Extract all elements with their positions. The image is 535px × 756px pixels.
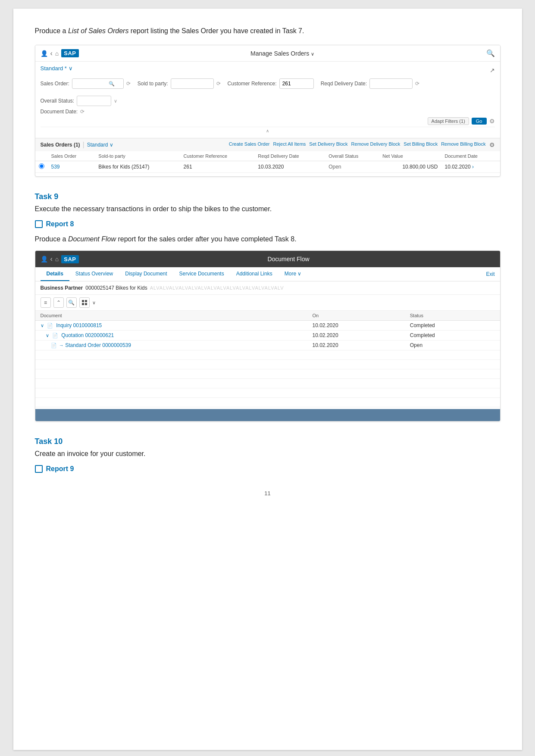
sales-order-label: Sales Order: — [41, 81, 69, 87]
expand-icon-inquiry[interactable]: ∨ — [41, 323, 44, 328]
set-billing-block-btn[interactable]: Set Billing Block — [404, 141, 438, 148]
df-cell-inquiry-doc: ∨ 📄 Inquiry 0010000815 — [35, 321, 307, 331]
expand-icon-quotation[interactable]: ∨ — [46, 333, 49, 338]
collapse-icon: ∧ — [266, 128, 269, 133]
standard-view[interactable]: Standard * ∨ — [41, 65, 73, 72]
order-link[interactable]: Standard Order 0000000539 — [65, 342, 131, 348]
inquiry-link[interactable]: Inquiry 0010000815 — [56, 322, 102, 328]
doc-flow-footer — [35, 409, 500, 421]
sales-order-search[interactable]: 🔍 — [72, 78, 124, 89]
sold-to-sync-icon: ⟳ — [216, 81, 221, 87]
row-radio[interactable] — [35, 161, 48, 173]
svg-rect-3 — [85, 303, 87, 305]
doc-flow-shell-bar: 👤 ‹ ⌂ SAP Document Flow — [35, 251, 500, 267]
cell-overall-status: Open — [325, 161, 379, 173]
col-overall-status: Overall Status — [325, 151, 379, 161]
tab-display-document[interactable]: Display Document — [119, 267, 173, 281]
df-back-icon[interactable]: ‹ — [50, 255, 53, 263]
set-delivery-block-btn[interactable]: Set Delivery Block — [309, 141, 347, 148]
sold-to-party-label: Sold to party: — [138, 81, 168, 87]
df-cell-order-status: Open — [405, 341, 500, 350]
df-row-quotation[interactable]: ∨ 📄 Quotation 0020000621 10.02.2020 Comp… — [35, 331, 500, 341]
home-icon[interactable]: ⌂ — [55, 50, 59, 57]
table-bottom-pad — [35, 173, 500, 176]
exit-button[interactable]: Exit — [486, 268, 494, 281]
df-person-icon: 👤 — [41, 256, 48, 262]
col-document: Document — [35, 311, 307, 321]
overall-status-chevron[interactable]: ∨ — [114, 98, 117, 104]
export-icon[interactable]: ↗ — [490, 67, 495, 74]
tab-additional-links[interactable]: Additional Links — [230, 267, 278, 281]
df-cell-inquiry-on: 10.02.2020 — [307, 321, 405, 331]
go-button[interactable]: Go — [472, 118, 487, 125]
settings-icon[interactable]: ⚙ — [489, 118, 495, 125]
df-tool-filter[interactable]: ≡ — [41, 297, 51, 308]
df-tool-chevron[interactable]: ∨ — [92, 300, 96, 306]
remove-billing-block-btn[interactable]: Remove Billing Block — [441, 141, 485, 148]
overall-status-input[interactable] — [77, 96, 111, 106]
col-sales-order: Sales Order — [48, 151, 95, 161]
sap-logo: SAP — [61, 49, 78, 57]
customer-ref-field: Customer Reference: — [228, 78, 314, 89]
bp-value: 0000025147 Bikes for Kids — [85, 285, 147, 291]
sales-orders-table: Sales Order Sold-to party Customer Refer… — [35, 151, 500, 173]
df-cell-inquiry-status: Completed — [405, 321, 500, 331]
tab-details[interactable]: Details — [41, 267, 69, 281]
so-view-label[interactable]: Standard ∨ — [87, 142, 113, 148]
adapt-filters-button[interactable]: Adapt Filters (1) — [428, 117, 469, 125]
sales-order-input[interactable] — [74, 81, 109, 87]
df-tool-search[interactable]: 🔍 — [66, 297, 77, 308]
df-empty-row-3 — [35, 369, 500, 379]
col-radio — [35, 151, 48, 161]
arrow-icon: → — [59, 343, 64, 348]
so-header-bar: Sales Orders (1) | Standard ∨ Create Sal… — [35, 138, 500, 151]
doc-date-sync-icon: ⟳ — [80, 109, 84, 115]
report8-description: Produce a Document Flow report for the s… — [35, 234, 501, 244]
collapse-bar[interactable]: ∧ — [41, 127, 495, 134]
df-empty-row-2 — [35, 360, 500, 369]
reqd-delivery-sync-icon: ⟳ — [415, 81, 419, 87]
create-sales-order-btn[interactable]: Create Sales Order — [229, 141, 270, 148]
col-sold-to-party: Sold-to party — [95, 151, 180, 161]
back-icon[interactable]: ‹ — [50, 50, 53, 57]
df-tool-grid[interactable] — [79, 297, 90, 308]
df-sap-logo: SAP — [61, 255, 78, 263]
df-home-icon[interactable]: ⌂ — [55, 256, 59, 262]
quotation-link[interactable]: Quotation 0020000621 — [61, 332, 114, 338]
table-row[interactable]: 539 Bikes for Kids (25147) 261 10.03.202… — [35, 161, 500, 173]
df-cell-order-on: 10.02.2020 — [307, 341, 405, 350]
tab-service-documents[interactable]: Service Documents — [173, 267, 230, 281]
df-row-inquiry[interactable]: ∨ 📄 Inquiry 0010000815 10.02.2020 Comple… — [35, 321, 500, 331]
customer-ref-input[interactable] — [279, 78, 314, 89]
cell-sales-order[interactable]: 539 — [48, 161, 95, 173]
bp-label: Business Partner — [41, 285, 83, 291]
overall-status-field: Overall Status: ∨ — [41, 96, 118, 106]
task10-heading: Task 10 — [35, 437, 501, 446]
df-tool-expand[interactable]: ⌃ — [53, 297, 64, 308]
tab-status-overview[interactable]: Status Overview — [69, 267, 119, 281]
svg-rect-0 — [82, 300, 84, 302]
table-settings-icon[interactable]: ⚙ — [489, 141, 495, 148]
page-number: 11 — [35, 490, 501, 497]
df-empty-row-5 — [35, 388, 500, 398]
doc-icon-quotation: 📄 — [52, 333, 58, 338]
document-flow-shell: 👤 ‹ ⌂ SAP Document Flow Details Status O… — [35, 250, 501, 422]
cell-sold-to-party: Bikes for Kids (25147) — [95, 161, 180, 173]
manage-so-shell-bar: 👤 ‹ ⌂ SAP Manage Sales Orders ∨ 🔍 — [35, 45, 500, 62]
sold-to-party-input[interactable] — [171, 78, 214, 89]
doc-flow-tabs: Details Status Overview Display Document… — [35, 267, 500, 281]
table-header-row: Sales Order Sold-to party Customer Refer… — [35, 151, 500, 161]
df-cell-quotation-on: 10.02.2020 — [307, 331, 405, 341]
report9-label: Report 9 — [35, 465, 501, 473]
col-customer-ref: Customer Reference — [180, 151, 255, 161]
task9-description: Execute the necessary transactions in or… — [35, 204, 501, 214]
reqd-delivery-input[interactable] — [369, 78, 413, 89]
shell-search-icon[interactable]: 🔍 — [486, 49, 495, 57]
df-row-standard-order[interactable]: 📄 → Standard Order 0000000539 10.02.2020… — [35, 341, 500, 350]
df-cell-order-doc: 📄 → Standard Order 0000000539 — [35, 341, 307, 350]
tab-more[interactable]: More ∨ — [278, 267, 308, 281]
reject-all-items-btn[interactable]: Reject All Items — [273, 141, 306, 148]
remove-delivery-block-btn[interactable]: Remove Delivery Block — [351, 141, 400, 148]
grid-icon-svg — [82, 300, 87, 305]
report8-label: Report 8 — [35, 220, 501, 228]
